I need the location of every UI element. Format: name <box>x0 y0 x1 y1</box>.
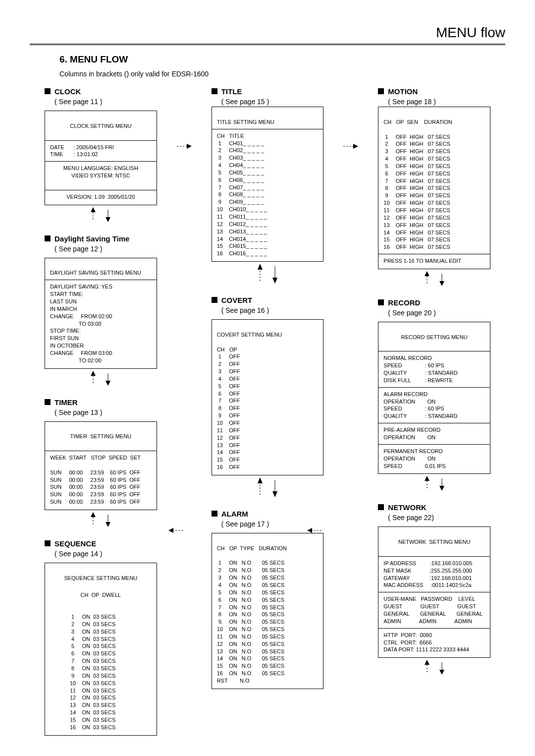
alarm-row: 8 ON N.O 05 SECS <box>217 611 284 617</box>
title-row: 4 CH04_ _ _ _ _ <box>217 162 264 168</box>
covert-row: 6 OFF <box>217 391 240 397</box>
section-heading: 6. MENU FLOW <box>59 54 505 65</box>
flow-arrows <box>363 476 505 493</box>
network-row: GATEWAY :192.168.010.001 <box>383 575 472 581</box>
title-row: 16 CH016_ _ _ _ _ <box>217 250 268 256</box>
network-block: NETWORK ( See page 22) NETWORK SETTING M… <box>363 503 505 677</box>
motion-row: 16 OFF HIGH 07 SECS <box>383 244 450 250</box>
sequence-row: 6 ON 03 SECS <box>70 650 115 656</box>
timer-header: WEEK START STOP SPEED SET <box>50 455 141 461</box>
record-menu-title: RECORD SETTING MENU <box>383 334 485 341</box>
title-row: 5 CH05_ _ _ _ _ <box>217 170 264 175</box>
motion-row: 6 OFF HIGH 07 SECS <box>383 171 450 176</box>
motion-row: 9 OFF HIGH 07 SECS <box>383 192 450 198</box>
network-port-row: CTRL PORT: 6666 <box>383 640 431 645</box>
motion-block: MOTION ( See page 18 ) CH OP SEN DURATIO… <box>363 87 505 288</box>
timer-title: TIMER <box>54 398 78 407</box>
record-row: SPEED : 60 IPS <box>383 362 444 368</box>
covert-row: 11 OFF <box>217 427 240 433</box>
column-1: CLOCK ( See page 11 ) CLOCK SETTING MENU… <box>30 87 172 746</box>
motion-row: 4 OFF HIGH 07 SECS <box>383 156 450 162</box>
network-port-row: DATA PORT: 1111 2222 3333 4444 <box>383 646 469 652</box>
dst-block: Daylight Saving Time ( See page 12 ) DAY… <box>30 234 172 388</box>
svg-marker-37 <box>168 528 173 533</box>
title-row: 12 CH012_ _ _ _ _ <box>217 221 268 227</box>
record-row: OPERATION ON <box>383 399 435 405</box>
svg-marker-1 <box>91 207 96 212</box>
dst-line: IN MARCH <box>50 306 77 312</box>
timer-row: SUN 00:00 23:59 60 IPS OFF <box>50 484 140 490</box>
alarm-sub: ( See page 17 ) <box>221 520 269 528</box>
clock-menu: CLOCK SETTING MENU DATE : 2005/04/15 FRI… <box>45 111 157 205</box>
title-row: 6 CH06_ _ _ _ _ <box>217 177 264 183</box>
dst-line: TO 02:00 <box>50 357 102 363</box>
flow-arrows <box>30 207 172 224</box>
bullet-icon <box>45 235 51 241</box>
title-row: 9 CH09_ _ _ _ _ <box>217 199 264 205</box>
sequence-block: SEQUENCE ( See page 14 ) SEQUENCE SETTIN… <box>30 539 172 736</box>
svg-marker-23 <box>353 144 358 149</box>
dst-line: STOP TIME: <box>50 328 81 334</box>
dst-title: Daylight Saving Time <box>54 234 129 243</box>
covert-row: 8 OFF <box>217 405 240 411</box>
timer-sub: ( See page 13 ) <box>54 408 103 416</box>
record-row: OPERATION ON <box>383 456 435 462</box>
sequence-row: 3 ON 03 SECS <box>70 629 115 635</box>
date-value: : 2005/04/15 FRI <box>73 144 114 150</box>
motion-row: 11 OFF HIGH 07 SECS <box>383 207 450 213</box>
bullet-icon <box>45 399 51 405</box>
sequence-row: 11 ON 03 SECS <box>70 688 115 694</box>
alarm-row: 9. ON N.O 05 SECS <box>217 619 284 625</box>
dst-line: START TIME: <box>50 291 83 297</box>
alarm-row: 10 ON N.O 05 SECS <box>217 626 284 632</box>
sequence-menu-title: SEQUENCE SETTING MENU <box>50 575 152 582</box>
motion-row: 7 OFF HIGH 07 SECS <box>383 178 450 184</box>
flow-arrows <box>363 271 505 288</box>
motion-menu: CH OP SEN DURATION 1 OFF HIGH 07 SECS 2 … <box>378 107 490 269</box>
svg-marker-3 <box>106 217 110 222</box>
svg-marker-15 <box>258 264 263 270</box>
svg-marker-27 <box>439 281 444 286</box>
flow-connector <box>343 141 358 153</box>
clock-block: CLOCK ( See page 11 ) CLOCK SETTING MENU… <box>30 87 172 224</box>
title-menu: TITLE SETTING MENU CH TITLE 1 CH01_ _ _ … <box>212 107 324 262</box>
record-menu: RECORD SETTING MENU NORMAL RECORD SPEED … <box>378 322 490 474</box>
covert-title: COVERT <box>221 296 253 304</box>
covert-row: 7 OFF <box>217 398 240 404</box>
motion-row: 2 OFF HIGH 07 SECS <box>383 141 450 147</box>
record-row: DISK FULL : REWRITE <box>383 377 453 383</box>
version-label: VERSION: 1.09 2005/01/20 <box>50 193 152 201</box>
time-value: : 13:01:02 <box>74 151 98 157</box>
alarm-row: 15 ON N.O 05 SECS <box>217 663 284 669</box>
covert-sub: ( See page 16 ) <box>221 306 269 314</box>
covert-row: 10 OFF <box>217 420 240 426</box>
dst-line: DAYLIGHT SAVING: YES <box>50 284 112 290</box>
flow-arrows <box>197 264 339 286</box>
record-section: NORMAL RECORD <box>383 355 431 361</box>
dst-menu-title: DAYLIGHT SAVING SETTING MENU <box>50 270 141 276</box>
motion-footer: PRESS 1-16 TO MANUAL EDIT <box>383 258 461 264</box>
alarm-row: 5 ON N.O 05 SECS <box>217 589 284 595</box>
title-row: 7 CH07_ _ _ _ _ <box>217 184 264 190</box>
alarm-row: 14 ON N.O 05 SECS <box>217 655 284 661</box>
bullet-icon <box>378 299 384 305</box>
clock-menu-title: CLOCK SETTING MENU <box>50 122 152 130</box>
network-port-row: HTTP PORT: 0080 <box>383 632 431 638</box>
flow-connector <box>177 141 192 153</box>
timer-row: SUN 00:00 23:59 60 IPS OFF <box>50 469 140 475</box>
svg-marker-21 <box>272 491 277 497</box>
dst-sub: ( See page 12 ) <box>54 245 103 253</box>
svg-marker-7 <box>106 381 110 386</box>
title-row: 15 CH015_ _ _ _ _ <box>217 243 268 249</box>
dst-line: CHANGE FROM 02:00 <box>50 313 112 319</box>
svg-marker-9 <box>91 512 96 517</box>
dst-line: LAST SUN <box>50 298 77 304</box>
alarm-row: 16 ON N.O 05 SECS <box>217 670 284 676</box>
svg-marker-35 <box>439 670 444 675</box>
dst-line: IN OCTOBER <box>50 343 84 349</box>
sequence-row: 5 ON 03 SECS <box>70 643 115 649</box>
covert-row: 3 OFF <box>217 368 240 374</box>
title-row: 3 CH03_ _ _ _ _ <box>217 155 264 161</box>
covert-block: COVERT ( See page 16 ) COVERT SETTING ME… <box>197 295 339 499</box>
network-row: IP ADDRESS :192.168.010.005 <box>383 560 472 566</box>
